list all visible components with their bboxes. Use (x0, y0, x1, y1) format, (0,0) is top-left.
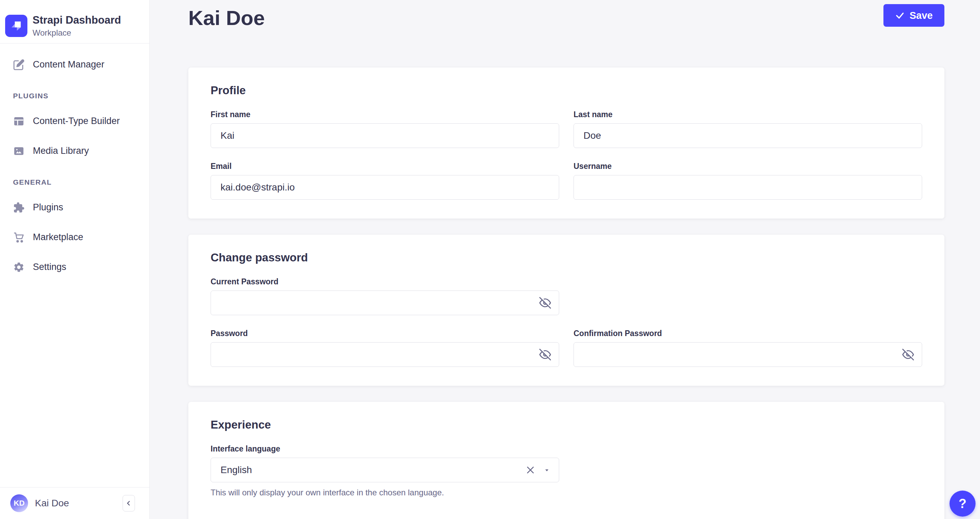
current-password-input[interactable] (211, 290, 559, 315)
main-content: Kai Doe Save Profile First name Last nam… (150, 0, 980, 519)
plugins-icon (13, 202, 25, 213)
clear-language-button[interactable] (525, 464, 536, 476)
eye-off-icon (539, 349, 551, 360)
profile-card-title: Profile (211, 84, 922, 97)
toggle-current-password-visibility-button[interactable] (539, 296, 552, 309)
avatar[interactable]: KD (10, 494, 28, 512)
brand: Strapi Dashboard Workplace (0, 0, 149, 43)
sidebar-item-label: Content-Type Builder (33, 116, 120, 126)
username-field[interactable] (574, 175, 922, 200)
change-password-card-title: Change password (211, 251, 922, 264)
username-label: Username (574, 162, 922, 171)
sidebar-item-label: Media Library (33, 146, 89, 156)
interface-language-select[interactable]: English (211, 458, 559, 482)
password-label: Password (211, 329, 559, 338)
experience-fields: Interface language English (211, 444, 922, 497)
content-manager-icon (13, 59, 25, 70)
password-fields: Current Password Password (211, 277, 922, 367)
sidebar-section-general: GENERAL (0, 178, 149, 186)
spacer-cell (574, 277, 922, 315)
collapse-sidebar-button[interactable] (123, 495, 135, 511)
save-button-label: Save (910, 10, 933, 21)
interface-language-hint: This will only display your own interfac… (211, 488, 559, 497)
email-field-group: Email (211, 162, 559, 200)
sidebar-footer: KD Kai Doe (0, 487, 149, 519)
strapi-logo-icon (5, 15, 27, 37)
sidebar-item-label: Marketplace (33, 232, 83, 242)
sidebar-item-content-type-builder[interactable]: Content-Type Builder (0, 108, 149, 134)
change-password-card: Change password Current Password (188, 235, 944, 386)
last-name-input[interactable] (574, 123, 922, 148)
sidebar-item-media-library[interactable]: Media Library (0, 138, 149, 164)
last-name-field-group: Last name (574, 110, 922, 148)
interface-language-value: English (221, 465, 525, 476)
save-button[interactable]: Save (883, 4, 944, 27)
brand-text: Strapi Dashboard Workplace (33, 14, 121, 37)
brand-title: Strapi Dashboard (33, 14, 121, 26)
toggle-confirmation-password-visibility-button[interactable] (902, 348, 915, 361)
user-name: Kai Doe (35, 498, 69, 509)
password-input[interactable] (211, 342, 559, 367)
media-library-icon (13, 145, 25, 157)
gear-icon (13, 261, 25, 273)
last-name-label: Last name (574, 110, 922, 119)
interface-language-field-group: Interface language English (211, 444, 559, 497)
username-field-group: Username (574, 162, 922, 200)
first-name-label: First name (211, 110, 559, 119)
sidebar-section-plugins: PLUGINS (0, 92, 149, 100)
sidebar-item-label: Settings (33, 262, 67, 272)
sidebar-item-marketplace[interactable]: Marketplace (0, 224, 149, 250)
page-title: Kai Doe (188, 4, 265, 30)
profile-fields: First name Last name Email Username (211, 110, 922, 200)
sidebar-item-plugins[interactable]: Plugins (0, 194, 149, 220)
first-name-input[interactable] (211, 123, 559, 148)
email-field[interactable] (211, 175, 559, 200)
check-icon (895, 11, 905, 20)
marketplace-icon (13, 232, 25, 243)
sidebar-nav: Content Manager PLUGINS Content-Type Bui… (0, 43, 149, 280)
interface-language-label: Interface language (211, 444, 559, 454)
chevron-left-icon (125, 500, 132, 507)
experience-card-title: Experience (211, 418, 922, 431)
experience-card: Experience Interface language English (188, 402, 944, 519)
profile-card: Profile First name Last name Email Usern… (188, 67, 944, 218)
sidebar-item-content-manager[interactable]: Content Manager (0, 52, 149, 77)
current-password-field-group: Current Password (211, 277, 559, 315)
page-header: Kai Doe Save (188, 4, 944, 30)
sidebar-item-label: Plugins (33, 202, 64, 213)
help-button[interactable]: ? (950, 490, 975, 517)
new-password-field-group: Password (211, 329, 559, 367)
close-icon (525, 464, 536, 476)
first-name-field-group: First name (211, 110, 559, 148)
confirmation-password-field-group: Confirmation Password (574, 329, 922, 367)
eye-off-icon (539, 297, 551, 309)
confirmation-password-label: Confirmation Password (574, 329, 922, 338)
brand-workplace: Workplace (33, 28, 121, 38)
eye-off-icon (902, 349, 914, 360)
toggle-password-visibility-button[interactable] (539, 348, 552, 361)
content-type-builder-icon (13, 115, 25, 127)
sidebar: Strapi Dashboard Workplace Content Manag… (0, 0, 150, 519)
confirmation-password-input[interactable] (574, 342, 922, 367)
sidebar-item-label: Content Manager (33, 59, 105, 70)
current-password-label: Current Password (211, 277, 559, 287)
sidebar-item-settings[interactable]: Settings (0, 254, 149, 280)
email-label: Email (211, 162, 559, 171)
chevron-down-icon[interactable] (543, 466, 550, 474)
spacer-cell (574, 444, 922, 497)
